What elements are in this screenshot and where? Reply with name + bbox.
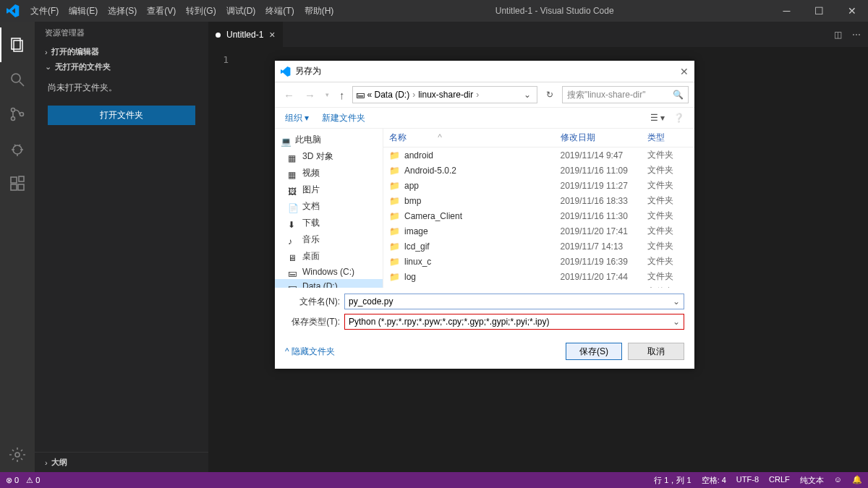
maximize-button[interactable]: ☐	[803, 0, 835, 22]
tree-item[interactable]: ▦3D 对象	[275, 148, 383, 165]
file-row[interactable]: 📁android2019/11/14 9:47文件夹	[383, 147, 694, 163]
file-row[interactable]: 📁qt_project2019/11/17 16:24文件夹	[383, 284, 694, 288]
minimize-button[interactable]: ─	[770, 0, 803, 22]
tree-item[interactable]: 🖼图片	[275, 181, 383, 198]
address-bar[interactable]: 🖴 « Data (D:)› linux-share-dir› ⌄	[352, 86, 538, 103]
svg-rect-14	[11, 184, 17, 190]
status-language[interactable]: 纯文本	[800, 475, 824, 486]
svg-point-2	[12, 74, 20, 82]
status-bar: ⊗ 0 ⚠ 0 行 1，列 1 空格: 4 UTF-8 CRLF 纯文本 ☺ 🔔	[0, 472, 868, 488]
tab-bar: Untitled-1 × ◫ ⋯	[208, 22, 868, 47]
dialog-close-icon[interactable]: ✕	[680, 66, 689, 77]
nav-recent-icon[interactable]: ▾	[323, 91, 332, 98]
tab-close-icon[interactable]: ×	[269, 29, 275, 40]
sidebar-explorer: 资源管理器 ›打开的编辑器 ⌄无打开的文件夹 尚未打开文件夹。 打开文件夹 ›大…	[35, 22, 208, 472]
chevron-down-icon: ⌄	[45, 62, 51, 72]
tree-item[interactable]: ♪音乐	[275, 231, 383, 248]
svg-point-17	[15, 453, 20, 457]
activity-extensions-icon[interactable]	[0, 166, 35, 201]
save-dialog: 另存为 ✕ ← → ▾ ↑ 🖴 « Data (D:)› linux-share…	[275, 61, 694, 369]
hide-folders-link[interactable]: ^ 隐藏文件夹	[285, 346, 335, 358]
file-row[interactable]: 📁linux_c2019/11/19 16:39文件夹	[383, 254, 694, 269]
file-row[interactable]: 📁lcd_gif2019/11/7 14:13文件夹	[383, 239, 694, 254]
menu-file[interactable]: 文件(F)	[25, 5, 64, 17]
activity-explorer-icon[interactable]	[0, 27, 35, 62]
nav-forward-icon[interactable]: →	[302, 89, 318, 101]
status-eol[interactable]: CRLF	[769, 475, 790, 486]
filename-label: 文件名(N):	[285, 296, 344, 308]
status-spaces[interactable]: 空格: 4	[702, 475, 726, 486]
file-row[interactable]: 📁Android-5.0.22019/11/16 11:09文件夹	[383, 163, 694, 178]
tab-dirty-icon	[216, 33, 221, 38]
file-list[interactable]: 名称 ^ 修改日期 类型 📁android2019/11/14 9:47文件夹📁…	[383, 129, 694, 288]
open-folder-button[interactable]: 打开文件夹	[48, 106, 195, 125]
file-row[interactable]: 📁Camera_Client2019/11/16 11:30文件夹	[383, 208, 694, 223]
status-notifications-icon[interactable]: 🔔	[852, 475, 862, 486]
tree-item[interactable]: 📄文档	[275, 198, 383, 215]
help-icon[interactable]: ❔	[673, 113, 684, 123]
activity-scm-icon[interactable]	[0, 97, 35, 132]
tree-item[interactable]: 🖴Windows (C:)	[275, 265, 383, 279]
svg-line-3	[20, 82, 24, 86]
close-button[interactable]: ✕	[835, 0, 868, 22]
titlebar: 文件(F) 编辑(E) 选择(S) 查看(V) 转到(G) 调试(D) 终端(T…	[0, 0, 868, 22]
status-errors[interactable]: ⊗ 0	[6, 476, 19, 485]
activity-settings-icon[interactable]	[0, 437, 35, 472]
nav-up-icon[interactable]: ↑	[336, 89, 348, 101]
view-mode-icon[interactable]: ☰ ▾	[650, 113, 665, 123]
tree-item[interactable]: 💻此电脑	[275, 132, 383, 148]
svg-point-4	[12, 108, 15, 112]
save-button[interactable]: 保存(S)	[566, 343, 622, 360]
svg-rect-15	[18, 184, 24, 190]
menu-debug[interactable]: 调试(D)	[221, 5, 261, 17]
more-actions-icon[interactable]: ⋯	[852, 30, 861, 40]
section-open-editors[interactable]: ›打开的编辑器	[35, 44, 208, 59]
drive-icon: 🖴	[356, 90, 365, 100]
file-row[interactable]: 📁image2019/11/20 17:41文件夹	[383, 223, 694, 239]
tab-untitled[interactable]: Untitled-1 ×	[208, 22, 283, 47]
file-row[interactable]: 📁bmp2019/11/16 18:33文件夹	[383, 193, 694, 208]
menu-selection[interactable]: 选择(S)	[103, 5, 142, 17]
menu-go[interactable]: 转到(G)	[181, 5, 221, 17]
folder-tree[interactable]: 💻此电脑▦3D 对象▦视频🖼图片📄文档⬇下载♪音乐🖥桌面🖴Windows (C:…	[275, 129, 383, 288]
menu-help[interactable]: 帮助(H)	[299, 5, 339, 17]
activity-bar	[0, 22, 35, 472]
status-feedback-icon[interactable]: ☺	[834, 475, 842, 486]
status-line-col[interactable]: 行 1，列 1	[654, 475, 691, 486]
file-row[interactable]: 📁log2019/11/20 17:44文件夹	[383, 269, 694, 284]
filetype-select[interactable]: Python (*.py;*.rpy;*.pyw;*.cpy;*.gyp;*.g…	[344, 314, 684, 330]
nav-back-icon[interactable]: ←	[281, 89, 297, 101]
new-folder-button[interactable]: 新建文件夹	[322, 112, 365, 124]
status-encoding[interactable]: UTF-8	[736, 475, 759, 486]
status-warnings[interactable]: ⚠ 0	[26, 476, 40, 485]
tree-item[interactable]: 🖥桌面	[275, 248, 383, 265]
activity-debug-icon[interactable]	[0, 132, 35, 166]
section-no-folder[interactable]: ⌄无打开的文件夹	[35, 59, 208, 74]
search-icon: 🔍	[673, 90, 684, 100]
menu-terminal[interactable]: 终端(T)	[260, 5, 299, 17]
tree-item[interactable]: ⬇下载	[275, 215, 383, 231]
organize-menu[interactable]: 组织 ▾	[285, 112, 309, 124]
tree-item[interactable]: 🖴Data (D:)	[275, 279, 383, 288]
search-input[interactable]: 搜索"linux-share-dir" 🔍	[562, 86, 689, 103]
split-editor-icon[interactable]: ◫	[834, 30, 842, 40]
window-title: Untitled-1 - Visual Studio Code	[339, 6, 770, 16]
vscode-logo-icon	[0, 4, 25, 17]
chevron-right-icon: ›	[45, 48, 48, 56]
svg-point-5	[12, 117, 15, 121]
section-outline[interactable]: ›大纲	[35, 452, 208, 472]
activity-search-icon[interactable]	[0, 62, 35, 97]
menu-view[interactable]: 查看(V)	[142, 5, 181, 17]
svg-point-6	[20, 113, 24, 116]
address-dropdown-icon[interactable]: ⌄	[521, 90, 534, 100]
file-row[interactable]: 📁app2019/11/19 11:27文件夹	[383, 178, 694, 193]
svg-rect-13	[11, 177, 17, 183]
cancel-button[interactable]: 取消	[628, 343, 684, 360]
sidebar-header: 资源管理器	[35, 22, 208, 44]
refresh-icon[interactable]: ↻	[542, 90, 558, 100]
tree-item[interactable]: ▦视频	[275, 165, 383, 181]
no-folder-message: 尚未打开文件夹。	[35, 74, 208, 101]
filetype-label: 保存类型(T):	[285, 316, 344, 328]
menu-edit[interactable]: 编辑(E)	[64, 5, 103, 17]
filename-input[interactable]: py_code.py⌄	[344, 294, 684, 309]
